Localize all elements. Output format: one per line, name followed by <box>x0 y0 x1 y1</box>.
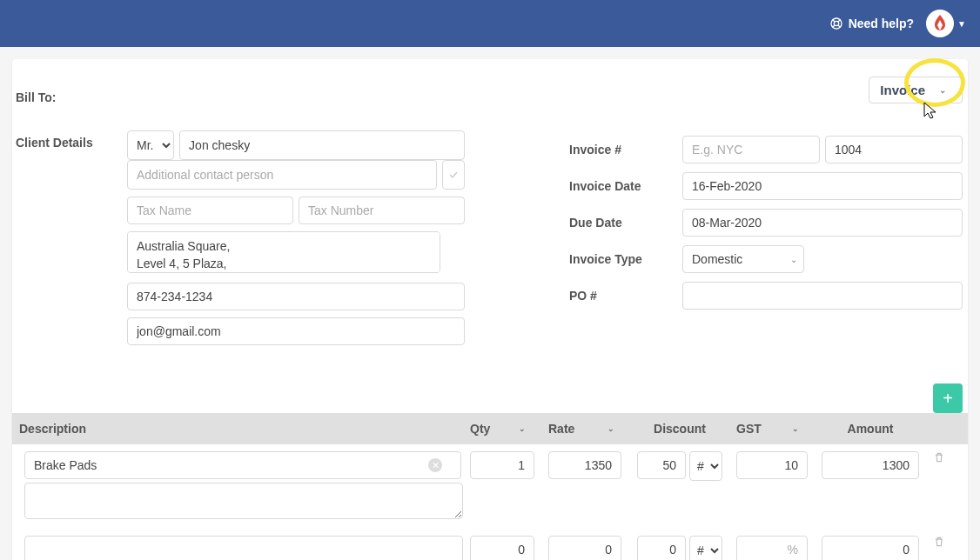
col-description: Description <box>12 422 463 436</box>
add-line-item-button[interactable]: + <box>933 383 963 413</box>
item-amount-output <box>822 536 919 560</box>
phone-input[interactable] <box>127 283 465 310</box>
invoice-number-input[interactable] <box>825 136 963 163</box>
additional-contact-input[interactable] <box>127 160 437 190</box>
check-icon <box>448 170 459 180</box>
po-number-input[interactable] <box>682 282 963 310</box>
top-bar: Need help? ▼ <box>0 0 980 47</box>
po-number-label: PO # <box>569 289 682 303</box>
tax-name-input[interactable] <box>127 197 293 224</box>
item-description-input[interactable] <box>24 451 461 479</box>
document-type-label: Invoice <box>880 83 925 97</box>
item-qty-input[interactable] <box>470 536 534 560</box>
invoice-prefix-input[interactable] <box>682 136 820 163</box>
invoice-date-input[interactable] <box>682 172 963 200</box>
plus-icon: + <box>943 389 953 409</box>
need-help-label: Need help? <box>849 17 914 30</box>
col-gst[interactable]: GST ⌄ <box>729 422 815 436</box>
invoice-number-label: Invoice # <box>569 143 682 157</box>
svg-line-3 <box>838 19 841 22</box>
item-gst-input[interactable] <box>736 536 808 560</box>
address-textarea[interactable] <box>127 231 440 273</box>
caret-down-icon: ▼ <box>957 19 966 29</box>
item-qty-input[interactable] <box>470 451 534 479</box>
table-header: Description Qty ⌄ Rate ⌄ Discount GST ⌄ … <box>12 413 968 444</box>
chevron-down-icon: ⌄ <box>939 85 946 95</box>
lifebuoy-icon <box>829 17 843 30</box>
col-rate[interactable]: Rate ⌄ <box>541 422 630 436</box>
invoice-form-panel: Invoice ⌄ Bill To: Client Details Mr. <box>12 59 968 560</box>
svg-point-1 <box>834 21 838 25</box>
bill-to-label: Bill To: <box>16 85 127 104</box>
chevron-down-icon: ⌄ <box>792 424 799 433</box>
tax-number-input[interactable] <box>299 197 465 224</box>
col-qty[interactable]: Qty ⌄ <box>463 422 541 436</box>
item-discount-input[interactable] <box>637 536 686 560</box>
trash-icon <box>933 451 945 463</box>
item-notes-textarea[interactable] <box>24 483 463 519</box>
avatar <box>926 10 954 37</box>
x-icon: ✕ <box>432 460 440 471</box>
delete-row-button[interactable] <box>926 536 949 550</box>
document-type-dropdown[interactable]: Invoice ⌄ <box>869 77 963 103</box>
invoice-type-select[interactable] <box>682 245 804 273</box>
item-rate-input[interactable] <box>548 451 621 479</box>
confirm-contact-button[interactable] <box>442 160 465 190</box>
need-help-link[interactable]: Need help? <box>829 17 914 30</box>
table-row: ✕ # <box>12 444 968 529</box>
invoice-type-label: Invoice Type <box>569 252 682 266</box>
table-row: # <box>12 529 968 560</box>
item-gst-input[interactable] <box>736 451 808 479</box>
item-amount-output <box>822 451 919 479</box>
email-input[interactable] <box>127 317 465 345</box>
due-date-input[interactable] <box>682 209 963 237</box>
item-discount-input[interactable] <box>637 451 686 479</box>
item-discount-unit-select[interactable]: # <box>689 451 722 481</box>
item-discount-unit-select[interactable]: # <box>689 536 722 560</box>
delete-row-button[interactable] <box>926 451 949 466</box>
chevron-down-icon: ⌄ <box>519 424 526 433</box>
flame-icon <box>930 13 950 34</box>
client-details-label: Client Details <box>16 130 127 345</box>
user-menu[interactable]: ▼ <box>926 10 966 37</box>
svg-line-5 <box>838 25 841 28</box>
svg-line-4 <box>832 25 835 28</box>
clear-description-button[interactable]: ✕ <box>428 458 442 472</box>
item-rate-input[interactable] <box>548 536 621 560</box>
item-description-input[interactable] <box>24 536 463 560</box>
trash-icon <box>933 536 945 548</box>
col-discount: Discount <box>630 422 729 436</box>
salutation-select[interactable]: Mr. <box>127 130 174 160</box>
invoice-date-label: Invoice Date <box>569 179 682 193</box>
due-date-label: Due Date <box>569 216 682 230</box>
line-items-table: Description Qty ⌄ Rate ⌄ Discount GST ⌄ … <box>12 413 968 560</box>
svg-line-2 <box>832 19 835 22</box>
client-name-input[interactable] <box>179 130 465 160</box>
chevron-down-icon: ⌄ <box>607 424 614 433</box>
col-amount: Amount <box>815 422 926 436</box>
